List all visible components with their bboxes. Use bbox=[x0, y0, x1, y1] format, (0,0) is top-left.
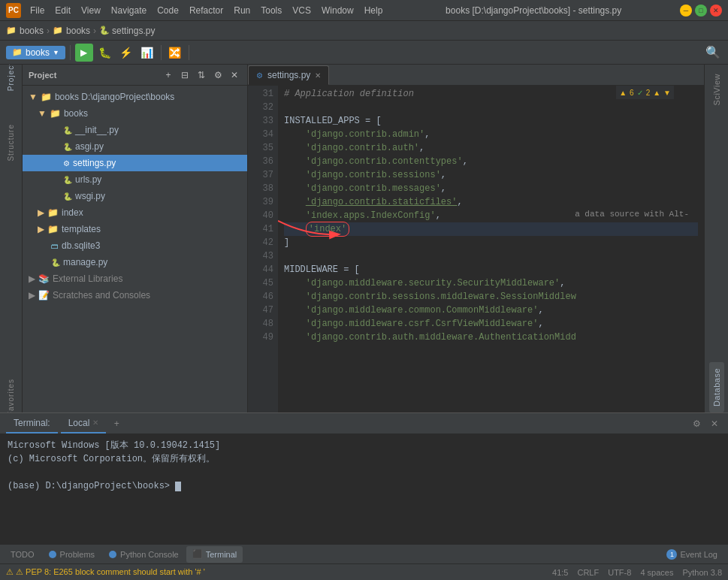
close-button[interactable]: ✕ bbox=[710, 5, 722, 17]
tree-file-wsgi[interactable]: 🐍 wsgi.py bbox=[23, 188, 247, 204]
code-line-42: ] bbox=[284, 236, 698, 249]
terminal-tab[interactable]: Terminal: bbox=[6, 414, 58, 433]
warning-icon: ▲ bbox=[619, 89, 627, 97]
encoding[interactable]: UTF-8 bbox=[608, 568, 631, 577]
structure-panel-toggle[interactable]: Structure bbox=[2, 134, 20, 152]
gutter-warnings: ▲ 6 ✓ 2 ▲ ▼ bbox=[616, 86, 674, 99]
favorites-panel-toggle[interactable]: Favorites bbox=[2, 388, 20, 406]
python-console-tab-label: Python Console bbox=[120, 550, 179, 559]
run-button[interactable]: ▶ bbox=[75, 44, 93, 62]
menu-refactor[interactable]: Refactor bbox=[185, 4, 228, 17]
breadcrumb: 📁 books › 📁 books › 🐍 settings.py bbox=[0, 21, 728, 41]
terminal-settings-button[interactable]: ⚙ bbox=[689, 416, 704, 431]
local-tab-close[interactable]: ✕ bbox=[92, 418, 98, 427]
local-tab-label: Local bbox=[68, 418, 90, 428]
terminal-tab-label: Terminal bbox=[206, 550, 237, 559]
menu-window[interactable]: Window bbox=[317, 4, 358, 17]
terminal-close-button[interactable]: ✕ bbox=[707, 416, 722, 431]
chevron-down-icon[interactable]: ▼ bbox=[663, 89, 671, 97]
add-terminal-button[interactable]: + bbox=[109, 416, 124, 431]
breadcrumb-books1[interactable]: 📁 books bbox=[6, 26, 44, 36]
menu-run[interactable]: Run bbox=[229, 4, 255, 17]
maximize-button[interactable]: □ bbox=[695, 5, 707, 17]
cursor-position[interactable]: 41:5 bbox=[552, 568, 568, 577]
project-panel-toggle[interactable]: Project bbox=[2, 68, 20, 86]
status-bar: ⚠ ⚠ PEP 8: E265 block comment should sta… bbox=[0, 563, 728, 580]
search-everywhere-button[interactable]: 🔍 bbox=[704, 44, 722, 62]
new-file-button[interactable]: + bbox=[162, 68, 175, 82]
footer-tab-problems[interactable]: Problems bbox=[42, 546, 101, 563]
tree-external-libraries[interactable]: ▶ 📚 External Libraries bbox=[23, 270, 247, 287]
terminal-content[interactable]: Microsoft Windows [版本 10.0.19042.1415] (… bbox=[0, 434, 728, 544]
local-tab[interactable]: Local ✕ bbox=[61, 414, 107, 433]
menu-code[interactable]: Code bbox=[153, 4, 183, 17]
code-editor[interactable]: 31 32 33 34 35 36 37 38 39 40 41 42 43 4… bbox=[248, 86, 704, 412]
tree-file-asgi[interactable]: 🐍 asgi.py bbox=[23, 138, 247, 155]
sort-button[interactable]: ⇅ bbox=[195, 68, 208, 82]
breadcrumb-file[interactable]: 🐍 settings.py bbox=[99, 26, 155, 36]
event-log-button[interactable]: 1 Event Log bbox=[660, 546, 723, 563]
tree-file-init[interactable]: 🐍 __init__.py bbox=[23, 122, 247, 138]
tree-file-manage[interactable]: 🐍 manage.py bbox=[23, 254, 247, 270]
settings-gear-button[interactable]: ⚙ bbox=[211, 68, 225, 82]
code-content[interactable]: a data source with Alt- # Application de… bbox=[278, 86, 704, 412]
footer-tab-terminal[interactable]: ⬛ Terminal bbox=[186, 546, 243, 563]
menu-view[interactable]: View bbox=[77, 4, 105, 17]
footer-tab-todo[interactable]: TODO bbox=[5, 546, 41, 563]
toolbar-sep-2 bbox=[161, 45, 162, 60]
tree-file-urls[interactable]: 🐍 urls.py bbox=[23, 171, 247, 188]
menu-file[interactable]: File bbox=[26, 4, 49, 17]
tree-folder-books[interactable]: ▼ 📁 books bbox=[23, 105, 247, 122]
code-line-36: 'django.contrib.contenttypes', bbox=[284, 155, 698, 168]
editor-area: ⚙ settings.py ✕ ▲ 6 ✓ 2 ▲ ▼ bbox=[248, 65, 704, 412]
tab-close-button[interactable]: ✕ bbox=[315, 71, 321, 80]
menu-tools[interactable]: Tools bbox=[256, 4, 286, 17]
code-line-45: 'django.middleware.security.SecurityMidd… bbox=[284, 276, 698, 290]
breadcrumb-books2[interactable]: 📁 books bbox=[53, 26, 90, 36]
tree-file-db[interactable]: 🗃 db.sqlite3 bbox=[23, 237, 247, 254]
chevron-up-icon[interactable]: ▲ bbox=[653, 89, 660, 97]
profile-button[interactable]: 📊 bbox=[138, 44, 156, 62]
indent-settings[interactable]: 4 spaces bbox=[640, 568, 673, 577]
database-panel-toggle[interactable]: Database bbox=[709, 362, 724, 412]
code-line-48: 'django.middleware.csrf.CsrfViewMiddlewa… bbox=[284, 317, 698, 331]
tree-folder-index[interactable]: ▶ 📁 index bbox=[23, 204, 247, 221]
menu-help[interactable]: Help bbox=[360, 4, 388, 17]
terminal-tabs: Terminal: Local ✕ + ⚙ ✕ bbox=[0, 413, 728, 434]
tree-file-settings[interactable]: ⚙ settings.py bbox=[23, 155, 247, 171]
git-button[interactable]: 🔀 bbox=[166, 44, 184, 62]
terminal-prompt-line: (base) D:\djangoProject\books> bbox=[8, 479, 720, 493]
tree-scratches[interactable]: ▶ 📝 Scratches and Consoles bbox=[23, 287, 247, 304]
problems-icon bbox=[48, 550, 57, 559]
sciview-panel-toggle[interactable]: SciView bbox=[709, 68, 724, 111]
minimize-button[interactable]: ─ bbox=[680, 5, 692, 17]
db-hint: a data source with Alt- bbox=[575, 207, 689, 221]
python-version[interactable]: Python 3.8 bbox=[682, 568, 722, 577]
coverage-button[interactable]: ⚡ bbox=[117, 44, 135, 62]
tree-folder-templates[interactable]: ▶ 📁 templates bbox=[23, 221, 247, 237]
toolbar-sep-3 bbox=[189, 45, 189, 60]
code-area-wrapper: ▲ 6 ✓ 2 ▲ ▼ 31 32 33 34 35 36 37 bbox=[248, 86, 704, 412]
project-tree: Project + ⊟ ⇅ ⚙ ✕ ▼ 📁 books D:\djangoPro… bbox=[23, 65, 248, 412]
collapse-all-button[interactable]: ⊟ bbox=[178, 68, 192, 82]
window-title: books [D:\djangoProject\books] - setting… bbox=[387, 5, 680, 16]
event-log-badge: 1 bbox=[666, 549, 677, 560]
tree-root[interactable]: ▼ 📁 books D:\djangoProject\books bbox=[23, 89, 247, 105]
close-panel-button[interactable]: ✕ bbox=[228, 68, 241, 82]
menu-navigate[interactable]: Navigate bbox=[107, 4, 151, 17]
debug-button[interactable]: 🐛 bbox=[96, 44, 114, 62]
bottom-panel: Terminal: Local ✕ + ⚙ ✕ Microsoft Window… bbox=[0, 412, 728, 544]
line-ending[interactable]: CRLF bbox=[577, 568, 599, 577]
todo-tab-label: TODO bbox=[11, 550, 35, 559]
menu-vcs[interactable]: VCS bbox=[288, 4, 316, 17]
toolbar-sep-1 bbox=[70, 45, 71, 60]
code-line-49: 'django.contrib.auth.middleware.Authenti… bbox=[284, 331, 698, 344]
footer-tab-python-console[interactable]: Python Console bbox=[102, 546, 185, 563]
tab-settings-py[interactable]: ⚙ settings.py ✕ bbox=[248, 65, 329, 85]
terminal-icon: ⬛ bbox=[192, 549, 203, 559]
python-console-icon bbox=[108, 550, 117, 559]
project-selector[interactable]: 📁 books ▼ bbox=[6, 46, 65, 59]
menu-edit[interactable]: Edit bbox=[50, 4, 75, 17]
svg-point-2 bbox=[109, 551, 116, 558]
breadcrumb-sep2: › bbox=[93, 26, 96, 36]
